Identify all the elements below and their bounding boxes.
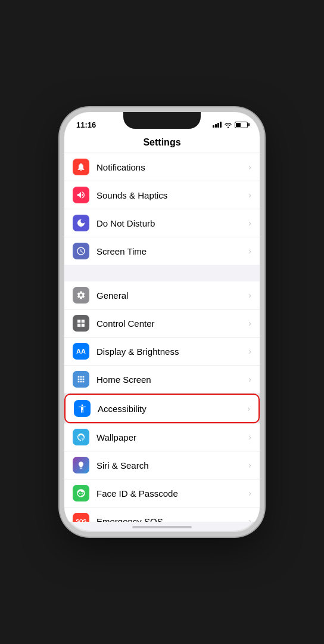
svg-rect-1 xyxy=(82,320,84,321)
sidebar-item-controlcenter[interactable]: Control Center › xyxy=(64,309,260,338)
notifications-icon xyxy=(73,159,89,175)
homescreen-chevron: › xyxy=(248,374,251,384)
sidebar-item-faceid[interactable]: Face ID & Passcode › xyxy=(64,479,260,507)
sidebar-item-sirisearch[interactable]: Siri & Search › xyxy=(64,451,260,479)
sos-chevron: › xyxy=(248,516,251,522)
screentime-icon xyxy=(73,243,89,259)
faceid-chevron: › xyxy=(248,488,251,498)
notifications-chevron: › xyxy=(248,162,251,172)
nav-header: Settings xyxy=(64,134,260,153)
sidebar-item-donotdisturb[interactable]: Do Not Disturb › xyxy=(64,209,260,237)
donotdisturb-label: Do Not Disturb xyxy=(96,218,246,228)
screentime-label: Screen Time xyxy=(96,246,246,256)
accessibility-chevron: › xyxy=(247,404,250,413)
sounds-label: Sounds & Haptics xyxy=(96,190,246,200)
general-label: General xyxy=(96,290,246,301)
notifications-label: Notifications xyxy=(96,162,246,172)
faceid-icon xyxy=(73,485,89,501)
phone-frame: 11:16 Settings xyxy=(60,107,264,537)
page-title: Settings xyxy=(143,137,180,147)
sidebar-item-wallpaper[interactable]: Wallpaper › xyxy=(64,423,260,451)
general-icon xyxy=(73,287,89,304)
donotdisturb-chevron: › xyxy=(248,218,251,228)
home-indicator xyxy=(132,526,192,528)
sounds-chevron: › xyxy=(248,190,251,200)
svg-rect-3 xyxy=(82,324,84,324)
status-icons xyxy=(213,122,248,128)
settings-list: Notifications › Sounds & Haptics › Do No… xyxy=(64,153,260,522)
controlcenter-icon xyxy=(73,315,89,332)
section-2: General › Control Center › AA Display & … xyxy=(64,281,260,522)
controlcenter-label: Control Center xyxy=(96,318,246,329)
sounds-icon xyxy=(73,187,89,203)
controlcenter-chevron: › xyxy=(248,318,251,328)
sidebar-item-general[interactable]: General › xyxy=(64,281,260,309)
accessibility-icon xyxy=(74,400,91,417)
sidebar-item-displaybrightness[interactable]: AA Display & Brightness › xyxy=(64,338,260,366)
sos-icon: SOS xyxy=(73,513,89,522)
screentime-chevron: › xyxy=(248,246,251,256)
sos-label: Emergency SOS xyxy=(96,516,246,522)
wallpaper-icon xyxy=(73,429,89,445)
sidebar-item-homescreen[interactable]: Home Screen › xyxy=(64,366,260,394)
general-chevron: › xyxy=(248,290,251,300)
wifi-icon xyxy=(224,122,232,128)
section-1: Notifications › Sounds & Haptics › Do No… xyxy=(64,153,260,265)
sirisearch-icon xyxy=(73,457,89,473)
displaybrightness-icon: AA xyxy=(73,343,89,360)
status-bar: 11:16 xyxy=(64,112,260,134)
accessibility-label: Accessibility xyxy=(98,404,245,414)
displaybrightness-chevron: › xyxy=(248,346,251,356)
homescreen-icon xyxy=(73,371,89,388)
sidebar-item-accessibility[interactable]: Accessibility › xyxy=(64,394,260,423)
displaybrightness-label: Display & Brightness xyxy=(96,346,246,357)
signal-icon xyxy=(213,122,222,128)
section-gap-1 xyxy=(64,265,260,281)
sidebar-item-notifications[interactable]: Notifications › xyxy=(64,153,260,181)
sirisearch-label: Siri & Search xyxy=(96,460,246,470)
wallpaper-label: Wallpaper xyxy=(96,432,246,442)
sirisearch-chevron: › xyxy=(248,460,251,470)
faceid-label: Face ID & Passcode xyxy=(96,488,246,499)
sidebar-item-screentime[interactable]: Screen Time › xyxy=(64,237,260,265)
sidebar-item-sounds[interactable]: Sounds & Haptics › xyxy=(64,181,260,209)
donotdisturb-icon xyxy=(73,215,89,231)
status-time: 11:16 xyxy=(76,120,96,129)
homescreen-label: Home Screen xyxy=(96,374,246,385)
sidebar-item-sos[interactable]: SOS Emergency SOS › xyxy=(64,507,260,522)
svg-point-0 xyxy=(78,320,80,322)
wallpaper-chevron: › xyxy=(248,432,251,442)
battery-status-icon xyxy=(235,122,248,128)
